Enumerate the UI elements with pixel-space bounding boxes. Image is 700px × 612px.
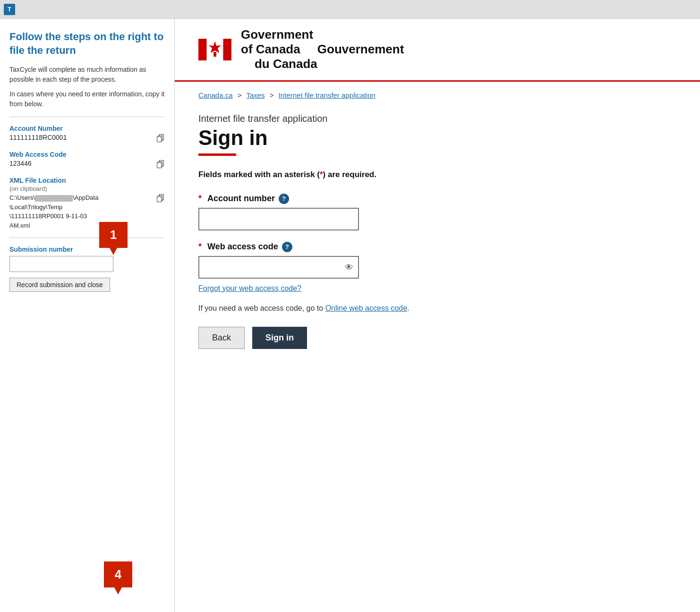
canada-flag-icon xyxy=(198,39,231,60)
xml-path-row: C:\Users\\AppData\Local\Trilogy\Temp\111… xyxy=(9,193,165,230)
redacted-username xyxy=(35,195,73,202)
left-desc-2: In cases where you need to enter informa… xyxy=(9,89,165,109)
web-access-code-label: Web Access Code xyxy=(9,151,165,158)
left-panel-title: Follow the steps on the right to file th… xyxy=(9,30,165,57)
breadcrumb-sep-1: > xyxy=(238,91,242,99)
left-desc-1: TaxCycle will complete as much informati… xyxy=(9,65,165,85)
account-number-form-label: * Account number ? xyxy=(198,194,676,204)
account-number-help-icon[interactable]: ? xyxy=(279,194,289,204)
copy-xml-icon[interactable]: 🗍 xyxy=(156,194,165,204)
wac-note: If you need a web access code, go to Onl… xyxy=(198,304,676,313)
callout-1-shape: 1 xyxy=(99,222,128,255)
button-row: Back Sign in xyxy=(198,327,676,349)
title-bar: T xyxy=(0,0,700,19)
svg-rect-3 xyxy=(198,39,207,60)
account-number-label-text: Account number xyxy=(207,194,275,204)
submission-row: 4 xyxy=(9,256,165,272)
gov-canada-en: Governmentof Canada xyxy=(241,27,313,56)
xml-subtext: (on clipboard) xyxy=(9,185,165,192)
account-number-field: * Account number ? xyxy=(198,194,676,230)
account-number-value: 111111118RC0001 xyxy=(9,133,153,143)
breadcrumb: Canada.ca > Taxes > Internet file transf… xyxy=(175,82,700,104)
web-access-code-label-text: Web access code xyxy=(207,242,278,252)
svg-rect-4 xyxy=(223,39,232,60)
xml-file-location-label: XML File Location xyxy=(9,177,165,184)
app-icon: T xyxy=(4,4,15,15)
page-content: Internet file transfer application Sign … xyxy=(175,104,700,358)
callout-4-number: 4 xyxy=(104,567,132,582)
breadcrumb-sep-2: > xyxy=(270,91,274,99)
web-access-code-input[interactable] xyxy=(198,256,359,279)
copy-account-icon[interactable]: 🗍 xyxy=(156,134,165,144)
canada-header: Governmentof Canada Gouvernement du Cana… xyxy=(175,19,700,82)
submission-number-label: Submission number xyxy=(9,246,165,253)
title-underline xyxy=(198,153,236,156)
wac-note-pre: If you need a web access code, go to xyxy=(198,304,325,312)
required-asterisk: * xyxy=(320,170,323,179)
breadcrumb-taxes[interactable]: Taxes xyxy=(246,91,265,99)
account-required-star: * xyxy=(198,194,202,204)
copy-wac-icon[interactable]: 🗍 xyxy=(156,160,165,170)
account-number-input[interactable] xyxy=(198,208,359,230)
wac-note-post: . xyxy=(407,304,409,312)
divider-2 xyxy=(9,238,165,238)
account-number-label: Account Number xyxy=(9,125,165,132)
callout-4-shape: 4 xyxy=(104,561,132,595)
page-subtitle: Internet file transfer application xyxy=(198,113,676,124)
left-panel: Follow the steps on the right to file th… xyxy=(0,19,175,612)
web-access-code-field: * Web access code ? 👁 Forgot your web ac… xyxy=(198,242,676,293)
xml-path-value: C:\Users\\AppData\Local\Trilogy\Temp\111… xyxy=(9,193,98,230)
web-access-code-row: 123446 🗍 xyxy=(9,159,165,170)
right-panel: Governmentof Canada Gouvernement du Cana… xyxy=(175,19,700,612)
sign-in-button[interactable]: Sign in xyxy=(252,327,307,349)
svg-rect-6 xyxy=(213,52,216,57)
account-number-row: 111111118RC0001 🗍 xyxy=(9,133,165,144)
toggle-password-icon[interactable]: 👁 xyxy=(345,262,353,272)
record-submission-button[interactable]: Record submission and close xyxy=(9,278,110,292)
page-title: Sign in xyxy=(198,126,676,150)
callout-1-number: 1 xyxy=(99,228,128,242)
breadcrumb-canada[interactable]: Canada.ca xyxy=(198,91,233,99)
main-container: Follow the steps on the right to file th… xyxy=(0,19,700,612)
forgot-wac-link[interactable]: Forgot your web access code? xyxy=(198,284,676,293)
wac-input-wrapper: 👁 xyxy=(198,256,359,279)
web-access-code-form-label: * Web access code ? xyxy=(198,242,676,252)
online-wac-link[interactable]: Online web access code xyxy=(325,304,407,312)
web-access-code-value: 123446 xyxy=(9,159,153,169)
canada-text-group: Governmentof Canada Gouvernement du Cana… xyxy=(241,27,404,72)
callout-1-badge: 1 xyxy=(99,222,128,255)
wac-required-star: * xyxy=(198,242,202,252)
divider-1 xyxy=(9,117,165,117)
breadcrumb-app[interactable]: Internet file transfer application xyxy=(279,91,376,99)
back-button[interactable]: Back xyxy=(198,327,245,349)
wac-help-icon[interactable]: ? xyxy=(282,242,292,252)
callout-4-badge: 4 xyxy=(104,561,132,595)
required-note: Fields marked with an asterisk (*) are r… xyxy=(198,170,676,179)
submission-number-input[interactable] xyxy=(9,256,113,272)
